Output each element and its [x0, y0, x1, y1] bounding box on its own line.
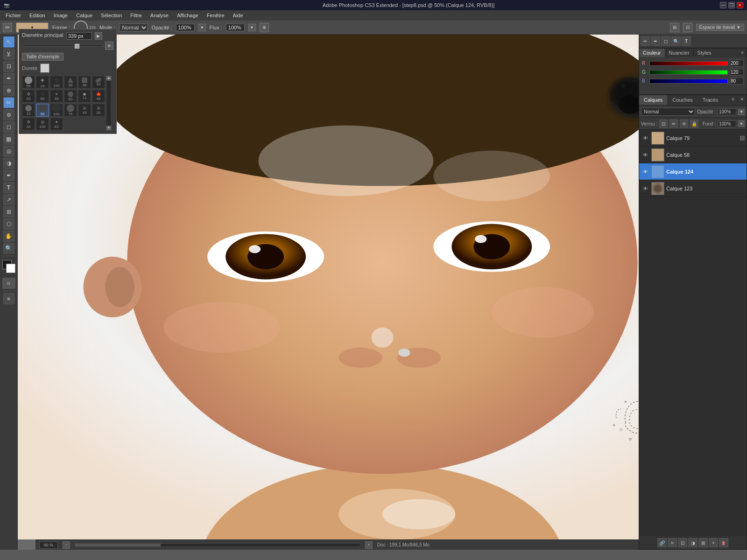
color-panel-menu[interactable]: ≡ [738, 49, 747, 57]
screen-mode-icon[interactable]: ⊡ [683, 23, 692, 32]
heal-tool[interactable]: ⊕ [3, 85, 14, 96]
flux-input[interactable] [226, 24, 245, 31]
calques-close-btn[interactable]: ✕ [737, 95, 747, 105]
minimize-button[interactable]: — [720, 2, 726, 8]
move-tool[interactable]: ↖ [3, 36, 14, 48]
pen-tool[interactable]: ✒ [3, 170, 14, 181]
screen-mode-btn[interactable]: ⊞ [3, 293, 14, 304]
couches-tab[interactable]: Couches [668, 95, 698, 105]
layer-row-124[interactable]: 👁 Calque 124 [639, 163, 747, 180]
brush-cell-7[interactable]: ✤ 63 [22, 90, 35, 103]
brush-tool[interactable]: ✏ [3, 97, 14, 108]
brush-cell-17[interactable]: ⊛ 45 [78, 104, 91, 117]
menu-image[interactable]: Image [50, 12, 72, 19]
brush-cell-6[interactable]: 33 [92, 76, 105, 89]
lock-transparent-btn[interactable]: ⊡ [659, 119, 668, 128]
text-tool[interactable]: T [3, 182, 14, 193]
zoom-tool[interactable]: 🔍 [3, 243, 14, 254]
brush-cell-15[interactable]: 100 [50, 104, 63, 117]
brush-cell-10[interactable]: 63 [64, 90, 77, 103]
lock-pixels-btn[interactable]: ✏ [669, 119, 678, 128]
brush-slider-thumb[interactable] [75, 44, 79, 49]
menu-aide[interactable]: Aide [229, 12, 247, 19]
blur-tool[interactable]: ◎ [3, 146, 14, 157]
zoom-display[interactable]: 50 % [39, 541, 58, 549]
couleur-tab[interactable]: Couleur [639, 49, 665, 57]
brush-scrollbar[interactable]: ▲ ▼ [106, 76, 112, 131]
eyedropper-tool[interactable]: ✒ [3, 73, 14, 84]
brush-cell-11[interactable]: 11 [78, 90, 91, 103]
brush-scroll-up[interactable]: ▲ [106, 76, 111, 81]
selection-tool[interactable]: ↗ [3, 194, 14, 205]
blend-mode-select[interactable]: Normal [641, 108, 695, 116]
calques-tab[interactable]: Calques [639, 95, 668, 105]
layer-adjust-btn[interactable]: ◑ [688, 538, 698, 547]
menu-fichier[interactable]: Fichier [2, 12, 25, 19]
brush-cell-3[interactable]: 192 [50, 76, 63, 89]
restore-button[interactable]: ❐ [728, 2, 735, 8]
layer-row-58[interactable]: 👁 Calque 58 [639, 147, 747, 163]
styles-tab[interactable]: Styles [694, 49, 715, 57]
brush-cell-18[interactable]: ⊕ 20 [92, 104, 105, 117]
zoom-out-btn[interactable]: − [63, 541, 70, 549]
menu-calque[interactable]: Calque [72, 12, 96, 19]
espace-travail-btn[interactable]: Espace de travail ▼ [696, 24, 744, 31]
layer-row-79[interactable]: 👁 Calque 79 [639, 130, 747, 147]
eraser-tool[interactable]: ◻ [3, 121, 14, 133]
brush-cell-4[interactable]: 36 [64, 76, 77, 89]
layer-fx-btn[interactable]: fx [668, 538, 677, 547]
layer-row-123[interactable]: 👁 Calque 123 [639, 180, 747, 197]
calques-menu-btn[interactable]: ≡ [729, 95, 737, 105]
eyedropper-right[interactable]: ✒ [651, 36, 660, 46]
brush-cell-14[interactable]: 55 [36, 104, 49, 117]
nuancier-tab[interactable]: Nuancier [665, 49, 694, 57]
r-input[interactable] [730, 60, 744, 67]
brush-slider-track[interactable] [22, 45, 103, 47]
brush-cell-20[interactable]: ⊛ 100 [36, 118, 49, 131]
b-slider[interactable] [649, 79, 728, 84]
crop-tool[interactable]: ⊡ [3, 61, 14, 72]
layer-mask-btn[interactable]: ⊡ [678, 538, 687, 547]
g-slider[interactable] [649, 70, 728, 75]
brush-cell-5[interactable]: 36 [78, 76, 91, 89]
brush-cell-2[interactable]: ✦ 29 [36, 76, 49, 89]
brush-cell-16[interactable]: 75 [64, 104, 77, 117]
brush-size-input[interactable] [66, 32, 92, 40]
b-input[interactable] [730, 77, 744, 84]
brush-cell-13[interactable]: 32 [22, 104, 35, 117]
zoom-slider[interactable] [75, 543, 360, 547]
opacite-cal-arrow[interactable]: ▼ [738, 109, 745, 115]
background-color[interactable] [6, 264, 15, 273]
layer-group-btn[interactable]: ⊞ [698, 538, 708, 547]
canvas-painting[interactable] [18, 35, 747, 539]
window-controls[interactable]: — ❐ ✕ [720, 2, 743, 8]
sample-size-btn[interactable]: Taille d'exemple [22, 53, 63, 61]
menu-affichage[interactable]: Affichage [173, 12, 202, 19]
dodge-tool[interactable]: ◑ [3, 158, 14, 169]
brush-tool-icon[interactable]: ✏ [3, 23, 12, 32]
opacite-arrow[interactable]: ▼ [198, 24, 206, 31]
opacite-cal-input[interactable] [718, 108, 736, 115]
menu-filtre[interactable]: Filtre [127, 12, 145, 19]
opacite-input[interactable] [176, 24, 195, 31]
fond-arrow[interactable]: ▼ [738, 120, 745, 127]
brush-cell-8[interactable]: ⁘ 66 [36, 90, 49, 103]
3d-tool[interactable]: ⬡ [3, 218, 14, 230]
layer-eye-79[interactable]: 👁 [641, 134, 649, 142]
g-input[interactable] [730, 69, 744, 76]
menu-selection[interactable]: Sélection [97, 12, 126, 19]
lock-position-btn[interactable]: ✛ [680, 119, 688, 128]
menu-analyse[interactable]: Analyse [147, 12, 172, 19]
clone-tool[interactable]: ⊛ [3, 109, 14, 120]
brush-size-icon[interactable]: ⊛ [105, 42, 113, 50]
eraser-right[interactable]: ◻ [661, 36, 670, 46]
text-right[interactable]: T [682, 36, 691, 46]
quick-mask-btn[interactable]: ⊡ [2, 278, 15, 289]
layer-eye-58[interactable]: 👁 [641, 151, 649, 159]
layer-delete-btn[interactable]: 🗑 [719, 538, 728, 547]
menu-fenetre[interactable]: Fenêtre [203, 12, 228, 19]
canvas-area[interactable]: 50 % − + Doc : 199,1 Mo/846,5 Mo ◀ ▶ [18, 35, 747, 550]
layer-eye-123[interactable]: 👁 [641, 184, 649, 193]
rectangle-tool[interactable]: ⊞ [3, 206, 14, 217]
brush-cell-19[interactable]: ✲ 20 [22, 118, 35, 131]
